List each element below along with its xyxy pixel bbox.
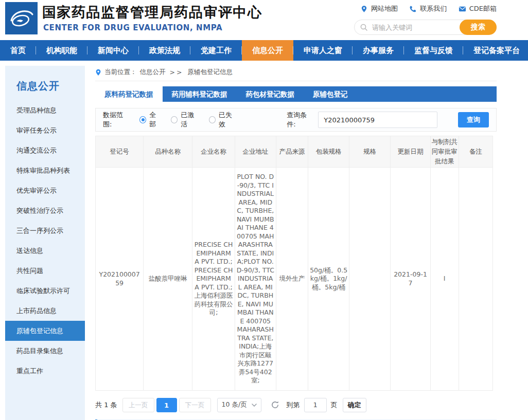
sidebar-item-marketed-drugs[interactable]: 上市药品信息 bbox=[5, 301, 85, 321]
breadcrumb: 当前位置： 信息公开 >> 原辅包登记信息 bbox=[95, 67, 497, 81]
sidebar: 信息公开 受理品种信息 审评任务公示 沟通交流公示 特殊审批品种列表 优先审评公… bbox=[5, 66, 85, 420]
breadcrumb-section[interactable]: 信息公开 bbox=[140, 68, 166, 77]
col-joint-review-result: 与制剂共同审批审批结果 bbox=[430, 136, 459, 168]
sidebar-item-special-approval[interactable]: 特殊审批品种列表 bbox=[5, 160, 85, 180]
tab-excipient-data[interactable]: 药用辅料登记数据 bbox=[163, 86, 237, 102]
mail-link[interactable]: CDE邮箱 bbox=[459, 4, 497, 13]
tab-registration[interactable]: 原辅包登记 bbox=[304, 86, 357, 102]
breadcrumb-current: 原辅包登记信息 bbox=[187, 68, 233, 77]
col-remarks: 备注 bbox=[459, 136, 492, 168]
prev-page-button[interactable]: 上一页 bbox=[122, 398, 154, 412]
site-title-cn: 国家药品监督管理局药品审评中心 bbox=[42, 3, 262, 22]
radio-unchecked-icon bbox=[209, 116, 216, 123]
radio-unchecked-icon bbox=[171, 116, 178, 123]
phone-icon bbox=[409, 5, 417, 13]
nav-item-supervision[interactable]: 监督与反馈 bbox=[404, 40, 463, 61]
contact-link[interactable]: 联系我们 bbox=[409, 4, 447, 13]
cell-company-name: PRECISE CHEMIPHARMA PVT. LTD.;PRECISE CH… bbox=[192, 168, 235, 391]
sidebar-item-drug-catalog[interactable]: 药品目录集信息 bbox=[5, 341, 85, 361]
cell-company-address: PLOT NO. D-90/3, TTC INDUSTRIAL AREA, MI… bbox=[235, 168, 276, 391]
search-button[interactable]: 搜索 bbox=[460, 20, 497, 35]
cell-update-date: 2021-09-17 bbox=[391, 168, 430, 391]
col-product-name: 品种名称 bbox=[144, 136, 192, 168]
refresh-icon[interactable] bbox=[271, 400, 279, 409]
next-page-button[interactable]: 下一页 bbox=[179, 398, 211, 412]
cell-registration-no: Y20210000759 bbox=[96, 168, 144, 391]
col-update-date: 更新日期 bbox=[391, 136, 430, 168]
cde-logo-icon bbox=[5, 2, 38, 34]
radio-all-label: 全部 bbox=[149, 111, 162, 129]
page: 国家药品监督管理局药品审评中心 CENTER FOR DRUG EVALUATI… bbox=[0, 0, 528, 420]
col-registration-no: 登记号 bbox=[96, 136, 144, 168]
pagination: 共 1 条 上一页 1 下一页 10 条/页 到第 页 确定 bbox=[95, 398, 497, 412]
results-table: 登记号 品种名称 企业名称 企业地址 产品来源 包装规格 规格 更新日期 与制剂… bbox=[95, 136, 493, 391]
col-spec: 规格 bbox=[349, 136, 391, 168]
sidebar-item-excipient-registration[interactable]: 原辅包登记信息 bbox=[5, 321, 85, 341]
quick-links: 网站地图 联系我们 CDE邮箱 bbox=[360, 4, 497, 13]
radio-option-all[interactable]: 全部 bbox=[139, 111, 162, 129]
contact-label: 联系我们 bbox=[420, 4, 447, 13]
sidebar-title: 信息公开 bbox=[5, 66, 85, 100]
page-size-value: 10 条/页 bbox=[222, 400, 247, 409]
cell-spec bbox=[349, 168, 391, 391]
sidebar-item-breakthrough-therapy[interactable]: 突破性治疗公示 bbox=[5, 200, 85, 221]
scope-label: 数据范围: bbox=[103, 111, 130, 129]
sidebar-item-delivery-info[interactable]: 送达信息 bbox=[5, 241, 85, 261]
site-title-en: CENTER FOR DRUG EVALUATION, NMPA bbox=[43, 23, 222, 32]
cell-product-name: 盐酸萘甲唑啉 bbox=[144, 168, 192, 391]
table-row: Y20210000759 盐酸萘甲唑啉 PRECISE CHEMIPHARMA … bbox=[96, 168, 493, 391]
col-company-name: 企业名称 bbox=[192, 136, 235, 168]
nav-item-policy[interactable]: 政策法规 bbox=[139, 40, 190, 61]
sidebar-item-review-tasks[interactable]: 审评任务公示 bbox=[5, 120, 85, 140]
query-label: 查询条件: bbox=[287, 111, 314, 129]
page-number-button[interactable]: 1 bbox=[156, 398, 177, 412]
sidebar-item-three-in-one[interactable]: 三合一序列公示 bbox=[5, 221, 85, 241]
search-icon bbox=[360, 23, 368, 31]
sidebar-item-key-work[interactable]: 重点工作 bbox=[5, 361, 85, 381]
cell-packaging-spec: 50g/桶。0.5kg/桶。1kg/桶。5kg/桶 bbox=[308, 168, 349, 391]
mail-icon bbox=[459, 5, 466, 13]
radio-active-label: 已激活 bbox=[181, 111, 199, 129]
breadcrumb-separator: >> bbox=[170, 68, 184, 76]
radio-checked-icon bbox=[139, 116, 146, 123]
sidebar-item-accepted-varieties[interactable]: 受理品种信息 bbox=[5, 100, 85, 120]
page-size-select[interactable]: 10 条/页 bbox=[217, 398, 261, 412]
nav-item-news[interactable]: 新闻中心 bbox=[87, 40, 139, 61]
sidebar-item-communication[interactable]: 沟通交流公示 bbox=[5, 140, 85, 160]
query-input[interactable] bbox=[318, 112, 437, 128]
goto-page-input[interactable] bbox=[304, 398, 327, 412]
sitemap-label: 网站地图 bbox=[371, 4, 398, 13]
nav-item-services[interactable]: 办事服务 bbox=[353, 40, 404, 61]
tab-packaging-data[interactable]: 药包材登记数据 bbox=[237, 86, 304, 102]
filter-bar: 数据范围: 全部 已激活 已失效 查询条件: 查询 bbox=[95, 108, 497, 132]
cell-product-source: 境外生产 bbox=[276, 168, 308, 391]
radio-option-expired[interactable]: 已失效 bbox=[209, 111, 237, 129]
nav-item-registration-platform[interactable]: 登记备案平台 bbox=[463, 40, 528, 61]
radio-option-active[interactable]: 已激活 bbox=[171, 111, 199, 129]
sidebar-item-common-issues[interactable]: 共性问题 bbox=[5, 261, 85, 281]
location-pin-icon bbox=[360, 5, 368, 13]
sidebar-item-clinical-trial-license[interactable]: 临床试验默示许可 bbox=[5, 281, 85, 301]
goto-label: 到第 bbox=[287, 400, 300, 410]
site-header: 国家药品监督管理局药品审评中心 CENTER FOR DRUG EVALUATI… bbox=[0, 0, 528, 40]
chevron-down-icon bbox=[252, 404, 257, 407]
cde-logo[interactable] bbox=[5, 2, 38, 34]
sidebar-item-priority-review[interactable]: 优先审评公示 bbox=[5, 180, 85, 200]
radio-expired-label: 已失效 bbox=[219, 111, 237, 129]
sitemap-link[interactable]: 网站地图 bbox=[360, 4, 398, 13]
main-content: 当前位置： 信息公开 >> 原辅包登记信息 原料药登记数据 药用辅料登记数据 药… bbox=[95, 67, 497, 420]
data-tabs: 原料药登记数据 药用辅料登记数据 药包材登记数据 原辅包登记 bbox=[95, 86, 497, 102]
nav-item-applicant[interactable]: 申请人之窗 bbox=[293, 40, 353, 61]
nav-item-info-disclosure[interactable]: 信息公开 bbox=[242, 40, 293, 61]
nav-item-functions[interactable]: 机构职能 bbox=[36, 40, 87, 61]
mail-label: CDE邮箱 bbox=[469, 4, 497, 13]
goto-confirm-button[interactable]: 确定 bbox=[343, 398, 366, 412]
query-button[interactable]: 查询 bbox=[458, 112, 489, 127]
col-packaging-spec: 包装规格 bbox=[308, 136, 349, 168]
nav-item-home[interactable]: 首页 bbox=[0, 40, 36, 61]
breadcrumb-label: 当前位置： bbox=[104, 68, 137, 77]
tab-api-data[interactable]: 原料药登记数据 bbox=[95, 86, 163, 102]
goto-unit: 页 bbox=[331, 400, 338, 410]
nav-item-party[interactable]: 党建工作 bbox=[190, 40, 242, 61]
breadcrumb-pin-icon bbox=[95, 69, 101, 76]
